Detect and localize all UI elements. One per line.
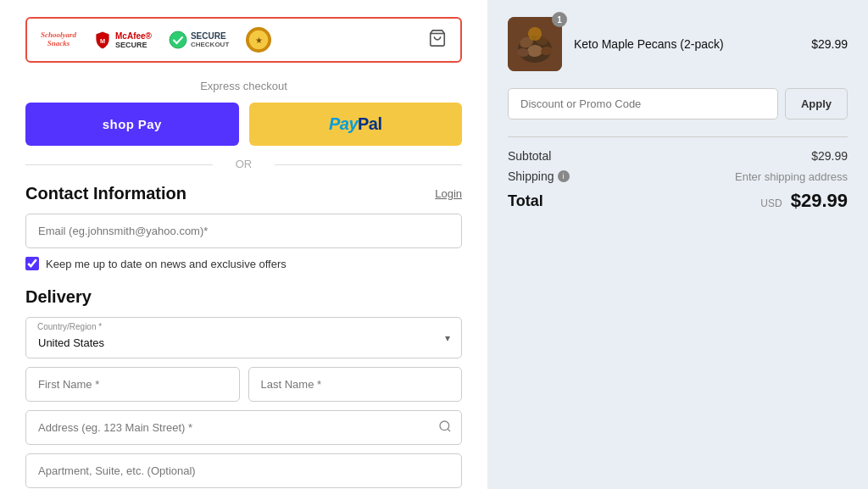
svg-text:★: ★ (255, 36, 263, 45)
mcafee-shield-icon: M (93, 31, 112, 49)
trust-badges-container: Schoolyard Snacks M McAfee® SECURE SECUR… (25, 17, 462, 63)
product-price: $29.99 (811, 37, 848, 51)
last-name-field[interactable] (248, 367, 463, 402)
schoolyard-badge: Schoolyard Snacks (41, 31, 76, 48)
subtotal-value: $29.99 (811, 149, 848, 163)
shop-pay-button[interactable]: shop Pay (25, 103, 239, 146)
checkout-left-panel: Schoolyard Snacks M McAfee® SECURE SECUR… (0, 0, 487, 489)
express-checkout-label: Express checkout (25, 80, 462, 92)
trust-seal-badge: ★ (246, 27, 271, 53)
currency-label: USD (760, 197, 782, 209)
order-summary-panel: 1 Keto Maple Pecans (2-pack) $29.99 Appl… (487, 0, 868, 489)
first-name-field[interactable] (25, 367, 240, 402)
cart-item-count-badge: 1 (552, 12, 567, 27)
paypal-button[interactable]: PayPal (249, 103, 463, 146)
total-row: Total USD $29.99 (508, 190, 848, 212)
order-item: 1 Keto Maple Pecans (2-pack) $29.99 (508, 17, 848, 71)
promo-row: Apply (508, 88, 848, 119)
svg-point-1 (170, 31, 186, 48)
newsletter-row: Keep me up to date on news and exclusive… (25, 257, 462, 270)
promo-input[interactable] (508, 88, 778, 119)
apt-field[interactable] (25, 453, 462, 488)
cart-icon[interactable] (428, 29, 447, 52)
newsletter-label: Keep me up to date on news and exclusive… (46, 258, 287, 270)
express-buttons-row: shop Pay PayPal (25, 103, 462, 146)
secure-badge: SECURE CHECKOUT (169, 31, 229, 49)
shipping-value: Enter shipping address (735, 170, 848, 183)
name-row (25, 367, 462, 402)
contact-section-header: Contact Information Login (25, 184, 462, 203)
address-field[interactable] (25, 410, 462, 445)
total-label: Total (508, 192, 543, 210)
svg-point-5 (440, 421, 449, 431)
login-link[interactable]: Login (435, 187, 462, 200)
shipping-info-icon: i (558, 170, 570, 182)
product-name: Keto Maple Pecans (2-pack) (574, 37, 799, 51)
apply-button[interactable]: Apply (785, 88, 848, 119)
email-field[interactable] (25, 214, 462, 248)
address-input-wrapper (25, 410, 462, 445)
contact-title: Contact Information (25, 184, 186, 203)
totals-section: Subtotal $29.99 Shipping i Enter shippin… (508, 136, 848, 212)
newsletter-checkbox[interactable] (25, 257, 39, 270)
delivery-title: Delivery (25, 287, 462, 307)
svg-point-14 (528, 27, 542, 41)
subtotal-row: Subtotal $29.99 (508, 149, 848, 163)
secure-checkmark-icon (169, 31, 187, 49)
address-search-icon (438, 420, 452, 436)
product-image-wrapper: 1 (508, 17, 562, 71)
seal-icon: ★ (248, 29, 270, 51)
or-divider: OR (25, 158, 462, 170)
svg-text:M: M (100, 37, 105, 45)
subtotal-label: Subtotal (508, 149, 551, 163)
shipping-label: Shipping i (508, 169, 570, 183)
mcafee-badge: M McAfee® SECURE (93, 31, 152, 49)
country-select-wrapper: Country/Region * United States ▾ (25, 317, 462, 358)
total-amount: $29.99 (791, 190, 848, 211)
shipping-row: Shipping i Enter shipping address (508, 169, 848, 183)
country-select[interactable]: United States (25, 317, 462, 358)
svg-line-6 (448, 429, 450, 431)
total-value: USD $29.99 (760, 190, 848, 212)
